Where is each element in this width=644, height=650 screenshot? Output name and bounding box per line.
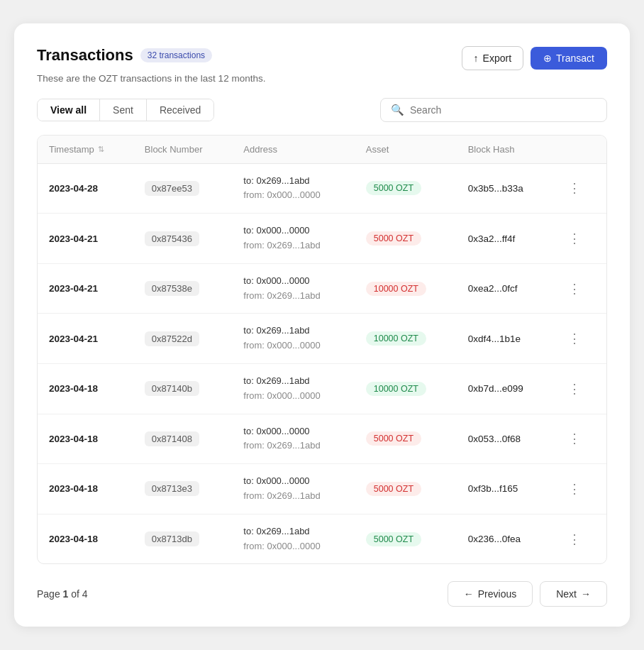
page-title: Transactions [37,46,133,65]
cell-block-number: 0x871408 [133,414,233,464]
controls-row: View all Sent Received 🔍 [37,98,607,122]
cell-more: ⋮ [553,314,606,364]
cell-address: to: 0x269...1abd from: 0x000...0000 [232,314,354,364]
cell-block-hash: 0xb7d...e099 [457,364,553,414]
tab-received[interactable]: Received [147,99,213,121]
table-row: 2023-04-28 0x87ee53 to: 0x269...1abd fro… [38,163,606,214]
cell-block-number: 0x8713db [133,514,233,563]
cell-block-number: 0x87522d [133,314,233,364]
cell-address: to: 0x000...0000 from: 0x269...1abd [232,464,354,514]
cell-timestamp: 2023-04-21 [38,263,133,314]
search-box: 🔍 [380,98,607,122]
cell-more: ⋮ [553,514,606,563]
subtitle: These are the OZT transactions in the la… [37,73,607,84]
more-options-button[interactable]: ⋮ [564,480,585,498]
more-options-button[interactable]: ⋮ [564,329,585,348]
transactions-table: Timestamp ⇅ Block Number Address Asset B… [38,136,606,564]
table-row: 2023-04-21 0x87522d to: 0x269...1abd fro… [38,314,606,364]
cell-block-hash: 0xdf4...1b1e [457,314,553,364]
plus-circle-icon: ⊕ [543,53,552,64]
cell-block-number: 0x87ee53 [133,163,233,214]
more-options-button[interactable]: ⋮ [564,229,585,248]
col-block-hash: Block Hash [457,136,553,164]
cell-more: ⋮ [553,263,606,314]
cell-asset: 10000 OZT [355,364,457,414]
cell-address: to: 0x269...1abd from: 0x000...0000 [232,514,354,563]
col-actions [553,136,606,164]
table-row: 2023-04-18 0x871408 to: 0x000...0000 fro… [38,414,606,464]
more-options-button[interactable]: ⋮ [564,179,585,197]
cell-more: ⋮ [553,414,606,464]
cell-more: ⋮ [553,214,606,264]
cell-block-number: 0x87140b [133,364,233,414]
arrow-left-icon: ← [464,588,474,600]
arrow-right-icon: → [581,588,591,600]
cell-block-hash: 0x3a2...ff4f [457,214,553,264]
cell-asset: 5000 OZT [355,163,457,214]
export-button[interactable]: ↑ Export [462,46,523,70]
cell-timestamp: 2023-04-21 [38,214,133,264]
cell-block-hash: 0x053...0f68 [457,414,553,464]
transactions-card: Transactions 32 transactions ↑ Export ⊕ … [14,23,630,627]
cell-asset: 5000 OZT [355,464,457,514]
more-options-button[interactable]: ⋮ [564,280,585,298]
transact-button[interactable]: ⊕ Transact [531,47,607,70]
cell-block-number: 0x87538e [133,263,233,314]
col-timestamp: Timestamp ⇅ [38,136,133,164]
more-options-button[interactable]: ⋮ [564,429,585,448]
page-info: Page 1 of 4 [37,588,88,600]
search-icon: 🔍 [391,104,404,116]
cell-address: to: 0x000...0000 from: 0x269...1abd [232,414,354,464]
sort-icon: ⇅ [98,145,104,154]
table-row: 2023-04-21 0x875436 to: 0x000...0000 fro… [38,214,606,264]
cell-timestamp: 2023-04-18 [38,364,133,414]
cell-address: to: 0x000...0000 from: 0x269...1abd [232,214,354,264]
pagination-row: Page 1 of 4 ← Previous Next → [37,581,607,607]
cell-block-number: 0x8713e3 [133,464,233,514]
table-row: 2023-04-18 0x8713db to: 0x269...1abd fro… [38,514,606,563]
previous-button[interactable]: ← Previous [448,581,533,607]
cell-timestamp: 2023-04-21 [38,314,133,364]
more-options-button[interactable]: ⋮ [564,530,585,549]
cell-address: to: 0x269...1abd from: 0x000...0000 [232,364,354,414]
cell-block-hash: 0x236...0fea [457,514,553,563]
pagination-buttons: ← Previous Next → [448,581,607,607]
table-header-row: Timestamp ⇅ Block Number Address Asset B… [38,136,606,164]
cell-timestamp: 2023-04-18 [38,414,133,464]
table-row: 2023-04-18 0x87140b to: 0x269...1abd fro… [38,364,606,414]
cell-more: ⋮ [553,464,606,514]
cell-address: to: 0x000...0000 from: 0x269...1abd [232,263,354,314]
col-asset: Asset [355,136,457,164]
tab-group: View all Sent Received [37,99,214,121]
col-block-number: Block Number [133,136,233,164]
tab-view-all[interactable]: View all [38,99,100,121]
cell-block-number: 0x875436 [133,214,233,264]
cell-timestamp: 2023-04-18 [38,514,133,563]
cell-asset: 5000 OZT [355,214,457,264]
search-input[interactable] [410,104,596,116]
more-options-button[interactable]: ⋮ [564,380,585,398]
header-left: Transactions 32 transactions [37,46,212,65]
current-page: 1 [63,588,69,600]
export-icon: ↑ [474,53,479,64]
cell-asset: 5000 OZT [355,514,457,563]
transactions-badge: 32 transactions [140,48,212,62]
header-actions: ↑ Export ⊕ Transact [462,46,607,70]
transactions-table-wrap: Timestamp ⇅ Block Number Address Asset B… [37,135,607,565]
col-address: Address [232,136,354,164]
cell-more: ⋮ [553,364,606,414]
cell-address: to: 0x269...1abd from: 0x000...0000 [232,163,354,214]
total-pages: 4 [82,588,88,600]
header-row: Transactions 32 transactions ↑ Export ⊕ … [37,46,607,70]
next-button[interactable]: Next → [540,581,607,607]
cell-timestamp: 2023-04-18 [38,464,133,514]
cell-asset: 5000 OZT [355,414,457,464]
cell-asset: 10000 OZT [355,263,457,314]
table-row: 2023-04-18 0x8713e3 to: 0x000...0000 fro… [38,464,606,514]
table-row: 2023-04-21 0x87538e to: 0x000...0000 fro… [38,263,606,314]
cell-block-hash: 0x3b5...b33a [457,163,553,214]
cell-block-hash: 0xf3b...f165 [457,464,553,514]
cell-asset: 10000 OZT [355,314,457,364]
tab-sent[interactable]: Sent [100,99,147,121]
cell-timestamp: 2023-04-28 [38,163,133,214]
